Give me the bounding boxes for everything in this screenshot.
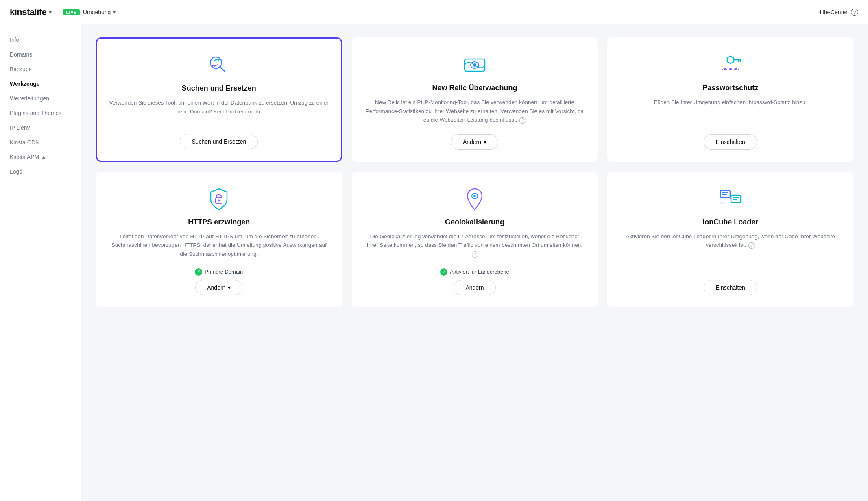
https-check-icon: ✓ [195,268,202,276]
tool-title-suchen: Suchen und Ersetzen [182,84,256,93]
passwort-button[interactable]: Einschalten [704,134,757,150]
geo-check-icon: ✓ [440,268,447,276]
tool-title-ioncube: ionCube Loader [702,218,758,227]
shield-lock-icon [207,187,231,211]
sidebar-item-werkzeuge[interactable]: Werkzeuge [0,76,81,91]
geo-info-icon[interactable]: ? [472,251,478,258]
layout: Info Domains Backups Werkzeuge Weiterlei… [0,24,868,501]
svg-rect-18 [731,195,741,203]
environment-selector[interactable]: Umgebung ▾ [83,9,116,15]
logo: kinstalife [10,7,46,17]
https-status-label: Primäre Domain [205,269,243,275]
geo-button[interactable]: Ändern [454,280,495,295]
tool-title-newrelic: New Relic Überwachung [432,84,517,92]
sidebar-item-logs[interactable]: Logs [0,164,81,179]
newrelic-chevron-icon: ▾ [484,139,486,145]
main-content: Suchen und Ersetzen Verwenden Sie dieses… [81,24,868,501]
tool-desc-passwort: Fügen Sie Ihrer Umgebung einfachen .htpa… [654,98,807,124]
tool-title-https: HTTPS erzwingen [188,218,250,227]
newrelic-info-icon[interactable]: ? [519,117,526,124]
tools-grid: Suchen und Ersetzen Verwenden Sie dieses… [96,37,853,307]
tool-desc-ioncube: Aktivieren Sie den ionCube Loader in Ihr… [619,232,841,270]
geo-status: ✓ Aktiviert für Länderebene [440,268,509,276]
help-center-link[interactable]: Hilfe-Center ? [817,9,858,16]
search-replace-icon [207,53,231,78]
tool-footer-geo: ✓ Aktiviert für Länderebene Ändern [364,268,586,295]
https-button-label: Ändern [207,284,225,291]
ioncube-info-icon[interactable]: ? [748,242,755,249]
tool-footer-ioncube: Einschalten [619,280,841,295]
tool-desc-newrelic: New Relic ist ein PHP-Monitoring-Tool, d… [364,98,586,124]
tool-card-suchen-ersetzen: Suchen und Ersetzen Verwenden Sie dieses… [96,37,342,162]
topbar: kinstalife ▾ LIVE Umgebung ▾ Hilfe-Cente… [0,0,868,24]
sidebar-item-backups[interactable]: Backups [0,62,81,76]
suchen-ersetzen-button[interactable]: Suchen und Ersetzen [180,134,258,149]
sidebar-item-info[interactable]: Info [0,33,81,47]
tool-footer-passwort: Einschalten [619,134,841,150]
https-status: ✓ Primäre Domain [195,268,243,276]
eye-monitor-icon [462,53,487,77]
live-badge: LIVE [63,9,79,15]
logo-chevron-icon: ▾ [49,9,52,15]
svg-rect-15 [720,190,730,198]
tool-desc-https: Leitet den Datenverkehr von HTTP auf HTT… [108,232,330,259]
tool-title-geo: Geolokalisierung [445,218,504,227]
geo-pin-icon [462,187,487,211]
tool-footer-newrelic: Ändern ▾ [364,134,586,150]
tool-footer-https: ✓ Primäre Domain Ändern ▾ [108,268,330,295]
sidebar: Info Domains Backups Werkzeuge Weiterlei… [0,24,81,501]
help-center-label: Hilfe-Center [817,9,848,15]
tool-card-geo: Geolokalisierung Die Geolokalisierung ve… [352,172,598,307]
https-chevron-icon: ▾ [228,284,231,291]
key-password-icon [718,53,743,77]
tool-footer-suchen: Suchen und Ersetzen [109,134,329,149]
tool-card-new-relic: New Relic Überwachung New Relic ist ein … [352,37,598,162]
newrelic-button[interactable]: Ändern ▾ [451,134,498,150]
newrelic-button-label: Ändern [463,139,481,145]
svg-point-12 [218,199,220,201]
svg-point-14 [473,195,476,197]
tool-desc-suchen: Verwenden Sie dieses Tool, um einen Wert… [109,98,329,124]
tool-title-passwort: Passwortschutz [702,84,758,92]
tool-card-https: HTTPS erzwingen Leitet den Datenverkehr … [96,172,342,307]
tool-card-passwortschutz: Passwortschutz Fügen Sie Ihrer Umgebung … [607,37,853,162]
sidebar-item-kinsta-apm[interactable]: Kinsta APM ▲ [0,150,81,164]
environment-label: Umgebung [83,9,111,15]
ioncube-button[interactable]: Einschalten [704,280,757,295]
geo-status-label: Aktiviert für Länderebene [450,269,509,275]
sidebar-item-domains[interactable]: Domains [0,47,81,62]
help-icon: ? [851,9,858,16]
sidebar-item-ip-deny[interactable]: IP Deny [0,120,81,135]
tool-card-ioncube: ionCube Loader Aktivieren Sie den ionCub… [607,172,853,307]
tool-desc-geo: Die Geolokalisierung verwendet die IP-Ad… [364,232,586,259]
ioncube-icon [718,187,743,211]
sidebar-item-plugins-themes[interactable]: Plugins and Themes [0,106,81,120]
https-button[interactable]: Ändern ▾ [195,280,242,295]
env-chevron-icon: ▾ [113,9,116,15]
sidebar-item-kinsta-cdn[interactable]: Kinsta CDN [0,135,81,150]
sidebar-item-weiterleitungen[interactable]: Weiterleitungen [0,91,81,106]
